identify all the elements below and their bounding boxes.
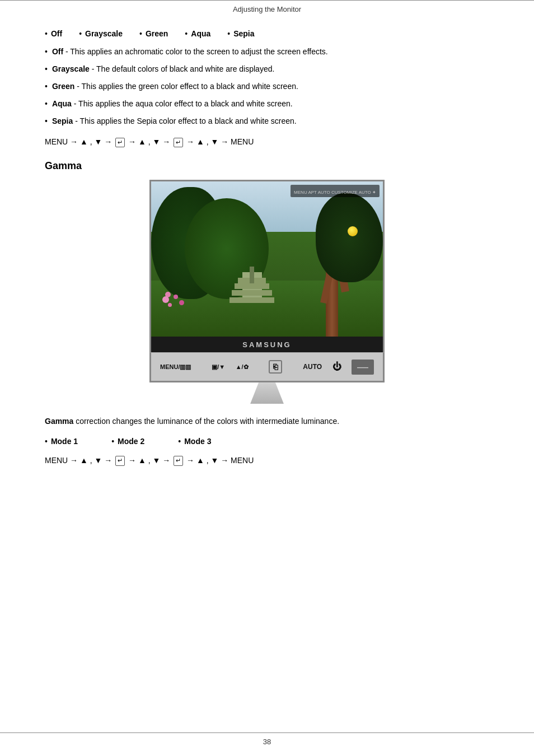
bullet-dot: • bbox=[139, 29, 142, 38]
stand-neck bbox=[250, 382, 284, 404]
gamma-heading: Gamma bbox=[45, 160, 489, 172]
enter-icon-3: ↵ bbox=[115, 456, 125, 465]
ctrl-minus: — bbox=[352, 360, 374, 375]
ctrl-menu: MENU/▥▥ bbox=[160, 363, 191, 371]
nav-line-2: MENU → ▲ , ▼ → ↵ → ▲ , ▼ → ↵ → ▲ , ▼ → M… bbox=[45, 454, 489, 468]
monitor-wrapper: MENU APT AUTO CUSTOMIZE AUTO ✦ SAMSUNG M… bbox=[149, 180, 385, 404]
header-title: Adjusting the Monitor bbox=[233, 5, 301, 13]
mode-1-label: Mode 1 bbox=[51, 437, 78, 446]
bullet-dot: • bbox=[45, 29, 48, 38]
option-sepia-label: Sepia bbox=[233, 29, 254, 38]
desc-grayscale: • Grayscale - The default colors of blac… bbox=[45, 63, 489, 75]
flowers-left bbox=[162, 292, 196, 314]
brand-name: SAMSUNG bbox=[242, 340, 291, 349]
mode-row: • Mode 1 • Mode 2 • Mode 3 bbox=[45, 437, 489, 446]
nav-line-1: MENU → ▲ , ▼ → ↵ → ▲ , ▼ → ↵ → ▲ , ▼ → M… bbox=[45, 135, 489, 149]
desc-green: • Green - This applies the green color e… bbox=[45, 81, 489, 92]
desc-aqua-text: Aqua - This applies the aqua color effec… bbox=[52, 98, 293, 110]
desc-aqua: • Aqua - This applies the aqua color eff… bbox=[45, 98, 489, 110]
bullet-dot: • bbox=[227, 29, 230, 38]
option-off-label: Off bbox=[51, 29, 62, 38]
bullet-dot: • bbox=[45, 64, 48, 73]
mode-1-item: • Mode 1 bbox=[45, 437, 78, 446]
page-number: 38 bbox=[263, 738, 271, 746]
option-green-label: Green bbox=[146, 29, 168, 38]
bullet-dot: • bbox=[111, 437, 114, 446]
desc-green-text: Green - This applies the green color eff… bbox=[52, 81, 298, 92]
ctrl-down: ▣/▼ bbox=[212, 363, 225, 371]
mode-3-label: Mode 3 bbox=[184, 437, 211, 446]
desc-off: • Off - This applies an achromatic color… bbox=[45, 46, 489, 58]
option-grayscale-label: Grayscale bbox=[85, 29, 123, 38]
monitor-brand-bar: SAMSUNG bbox=[149, 337, 385, 352]
ctrl-up: ▲/✿ bbox=[236, 363, 249, 371]
gamma-desc-text: correction changes the luminance of the … bbox=[73, 417, 339, 426]
bullet-dot: • bbox=[79, 29, 82, 38]
desc-grayscale-text: Grayscale - The default colors of black … bbox=[52, 63, 274, 75]
mode-2-label: Mode 2 bbox=[118, 437, 144, 446]
bullet-dot: • bbox=[45, 116, 48, 125]
ctrl-input: ⎗ bbox=[269, 360, 282, 374]
bullet-dot: • bbox=[178, 437, 181, 446]
option-sepia: • Sepia bbox=[227, 29, 254, 38]
bullet-dot: • bbox=[45, 82, 48, 91]
option-off: • Off bbox=[45, 29, 62, 38]
page-header: Adjusting the Monitor bbox=[0, 0, 534, 18]
enter-icon-4: ↵ bbox=[174, 456, 183, 465]
bullet-dot: • bbox=[45, 47, 48, 56]
desc-sepia: • Sepia - This applies the Sepia color e… bbox=[45, 115, 489, 127]
mode-2-item: • Mode 2 bbox=[111, 437, 144, 446]
monitor-stand bbox=[149, 382, 385, 404]
page-footer: 38 bbox=[0, 732, 534, 746]
enter-icon-1: ↵ bbox=[115, 138, 125, 147]
option-grayscale: • Grayscale bbox=[79, 29, 123, 38]
pagoda bbox=[229, 272, 274, 306]
gamma-description: Gamma correction changes the luminance o… bbox=[45, 415, 489, 427]
color-options-row: • Off • Grayscale • Green • Aqua • Sepia bbox=[45, 29, 489, 38]
monitor-image: MENU APT AUTO CUSTOMIZE AUTO ✦ SAMSUNG M… bbox=[45, 180, 489, 404]
bullet-dot: • bbox=[45, 99, 48, 108]
osd-overlay: MENU APT AUTO CUSTOMIZE AUTO ✦ bbox=[291, 185, 380, 197]
enter-icon-2: ↵ bbox=[174, 138, 183, 147]
option-aqua-label: Aqua bbox=[191, 29, 210, 38]
option-green: • Green bbox=[139, 29, 168, 38]
monitor-screen: MENU APT AUTO CUSTOMIZE AUTO ✦ bbox=[149, 180, 385, 337]
ctrl-power: ⏻ bbox=[332, 362, 341, 372]
mode-3-item: • Mode 3 bbox=[178, 437, 211, 446]
bullet-dot: • bbox=[185, 29, 188, 38]
desc-off-text: Off - This applies an achromatic color t… bbox=[52, 46, 328, 58]
option-aqua: • Aqua bbox=[185, 29, 210, 38]
gamma-desc-bold: Gamma bbox=[45, 417, 73, 426]
monitor-controls-bar: MENU/▥▥ ▣/▼ ▲/✿ ⎗ AUTO ⏻ — bbox=[149, 352, 385, 382]
desc-sepia-text: Sepia - This applies the Sepia color eff… bbox=[52, 115, 297, 127]
bullet-dot: • bbox=[45, 437, 48, 446]
ctrl-auto: AUTO bbox=[303, 363, 322, 371]
